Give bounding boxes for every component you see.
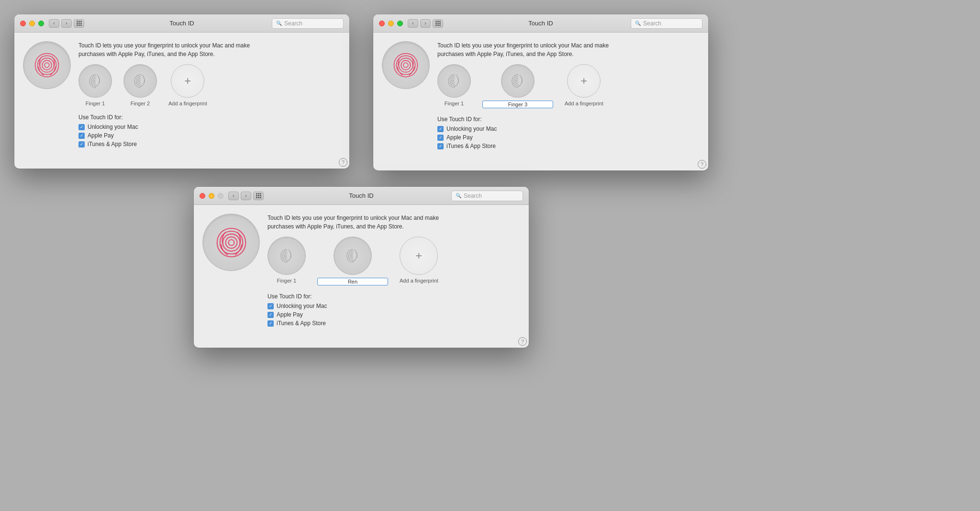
editing-fp-option-3 xyxy=(317,237,388,285)
itunes-row-2: ✓ iTunes & App Store xyxy=(437,143,700,149)
apple-pay-label-3: Apple Pay xyxy=(277,311,303,318)
add-fp-label-1: Add a fingerprint xyxy=(168,101,207,106)
add-fp-circle-3[interactable]: + xyxy=(400,237,438,275)
window-title-3: Touch ID xyxy=(349,192,373,199)
maximize-button-2[interactable] xyxy=(397,21,403,26)
nav-buttons-3: ‹ › xyxy=(228,192,251,200)
minimize-button-3[interactable] xyxy=(209,193,214,199)
traffic-lights-1 xyxy=(20,21,44,26)
itunes-row-1: ✓ iTunes & App Store xyxy=(78,141,341,148)
search-bar-2[interactable]: 🔍 Search xyxy=(631,18,702,29)
search-bar-1[interactable]: 🔍 Search xyxy=(272,18,344,29)
finger2-svg-1 xyxy=(130,70,151,92)
forward-button-3[interactable]: › xyxy=(241,192,251,200)
editing-fp-input-3[interactable] xyxy=(317,278,388,285)
main-fingerprint-svg-2 xyxy=(389,48,423,82)
add-fp-label-2: Add a fingerprint xyxy=(565,101,603,106)
use-touchid-label-3: Use Touch ID for: xyxy=(267,293,520,300)
finger2-label-1: Finger 2 xyxy=(131,101,150,106)
itunes-checkbox-1[interactable]: ✓ xyxy=(78,141,85,148)
search-placeholder-3: Search xyxy=(464,193,482,199)
editing-fp-option-2 xyxy=(482,64,553,108)
add-fp-circle-1[interactable]: + xyxy=(171,64,204,98)
finger2-circle-1[interactable] xyxy=(123,64,157,98)
search-bar-3[interactable]: 🔍 Search xyxy=(451,191,523,201)
maximize-button-1[interactable] xyxy=(38,21,44,26)
editing-fp-circle-3[interactable] xyxy=(334,237,372,275)
forward-button-1[interactable]: › xyxy=(61,19,72,28)
description-1: Touch ID lets you use your fingerprint t… xyxy=(78,41,260,58)
unlock-mac-label-1: Unlocking your Mac xyxy=(88,124,138,130)
back-button-2[interactable]: ‹ xyxy=(408,19,418,28)
fp-options-row-3: Finger 1 xyxy=(267,237,520,285)
nav-buttons-2: ‹ › xyxy=(408,19,431,28)
unlock-mac-checkbox-2[interactable]: ✓ xyxy=(437,126,444,132)
editing-fp-svg-2 xyxy=(507,70,529,92)
minimize-button-2[interactable] xyxy=(388,21,394,26)
apple-pay-checkbox-1[interactable]: ✓ xyxy=(78,133,85,139)
add-fp-option-1: + Add a fingerprint xyxy=(168,64,207,106)
add-fp-option-3: + Add a fingerprint xyxy=(400,237,438,284)
grid-button-3[interactable] xyxy=(253,192,264,200)
bottom-row-2: ? xyxy=(373,160,708,170)
close-button-3[interactable] xyxy=(200,193,205,199)
unlock-mac-label-3: Unlocking your Mac xyxy=(277,303,327,309)
search-icon-2: 🔍 xyxy=(635,21,641,26)
maximize-button-3[interactable] xyxy=(218,193,223,199)
minimize-button-1[interactable] xyxy=(29,21,35,26)
finger1-option-3: Finger 1 xyxy=(267,237,306,284)
plus-icon-3: + xyxy=(415,250,422,261)
window-content-2: Touch ID lets you use your fingerprint t… xyxy=(373,33,708,160)
grid-icon-1 xyxy=(77,21,82,26)
finger1-option-2: Finger 1 xyxy=(437,64,471,106)
finger1-circle-1[interactable] xyxy=(78,64,112,98)
itunes-label-3: iTunes & App Store xyxy=(277,320,326,327)
right-content-2: Touch ID lets you use your fingerprint t… xyxy=(437,41,700,151)
add-fp-option-2: + Add a fingerprint xyxy=(565,64,603,106)
finger2-option-1: Finger 2 xyxy=(123,64,157,106)
help-button-1[interactable]: ? xyxy=(339,158,347,167)
fp-options-row-2: Finger 1 xyxy=(437,64,700,108)
add-fp-circle-2[interactable]: + xyxy=(567,64,601,98)
unlock-mac-checkbox-1[interactable]: ✓ xyxy=(78,124,85,130)
search-placeholder-2: Search xyxy=(643,20,661,27)
unlock-mac-row-3: ✓ Unlocking your Mac xyxy=(267,303,520,309)
bottom-row-3: ? xyxy=(194,337,529,348)
window-title-2: Touch ID xyxy=(528,20,553,27)
bottom-row-1: ? xyxy=(14,158,349,169)
editing-fp-circle-2[interactable] xyxy=(501,64,535,98)
help-button-3[interactable]: ? xyxy=(518,337,527,346)
search-icon-3: 🔍 xyxy=(456,193,461,198)
finger1-svg-3 xyxy=(276,245,298,267)
close-button-2[interactable] xyxy=(379,21,385,26)
title-bar-1: ‹ › Touch ID 🔍 Search xyxy=(14,14,349,33)
use-touchid-label-1: Use Touch ID for: xyxy=(78,114,341,121)
use-touchid-section-2: Use Touch ID for: ✓ Unlocking your Mac ✓… xyxy=(437,116,700,151)
fp-options-row-1: Finger 1 xyxy=(78,64,341,106)
grid-button-2[interactable] xyxy=(433,19,443,28)
itunes-checkbox-3[interactable]: ✓ xyxy=(267,320,274,327)
finger1-label-3: Finger 1 xyxy=(277,278,296,284)
finger1-circle-2[interactable] xyxy=(437,64,471,98)
plus-icon-1: + xyxy=(184,75,191,87)
description-2: Touch ID lets you use your fingerprint t… xyxy=(437,41,619,58)
grid-button-1[interactable] xyxy=(74,19,84,28)
help-button-2[interactable]: ? xyxy=(698,160,706,169)
main-fingerprint-3 xyxy=(202,214,260,271)
forward-button-2[interactable]: › xyxy=(420,19,431,28)
apple-pay-checkbox-3[interactable]: ✓ xyxy=(267,312,274,318)
apple-pay-checkbox-2[interactable]: ✓ xyxy=(437,135,444,141)
unlock-mac-row-1: ✓ Unlocking your Mac xyxy=(78,124,341,130)
title-bar-3: ‹ › Touch ID 🔍 Search xyxy=(194,187,529,205)
itunes-row-3: ✓ iTunes & App Store xyxy=(267,320,520,327)
back-button-1[interactable]: ‹ xyxy=(49,19,59,28)
finger1-circle-3[interactable] xyxy=(267,237,306,275)
unlock-mac-checkbox-3[interactable]: ✓ xyxy=(267,303,274,309)
close-button-1[interactable] xyxy=(20,21,26,26)
window-touchid-2: ‹ › Touch ID 🔍 Search xyxy=(373,14,708,170)
window-content-3: Touch ID lets you use your fingerprint t… xyxy=(194,205,529,337)
itunes-checkbox-2[interactable]: ✓ xyxy=(437,143,444,149)
back-button-3[interactable]: ‹ xyxy=(228,192,239,200)
editing-fp-input-2[interactable] xyxy=(482,101,553,108)
finger1-option-1: Finger 1 xyxy=(78,64,112,106)
